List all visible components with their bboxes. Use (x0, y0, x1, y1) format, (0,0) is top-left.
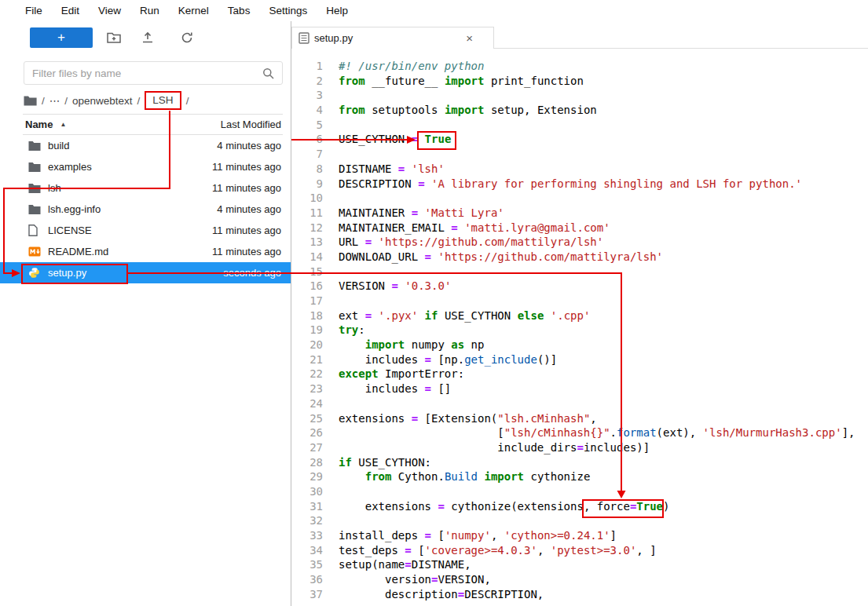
last-modified: 11 minutes ago (212, 182, 281, 194)
code-line-23: 23 includes = [] (291, 381, 868, 396)
code-line-8: 8DISTNAME = 'lsh' (291, 162, 868, 177)
jupyterlab-app: FileEditViewRunKernelTabsSettingsHelp + (0, 0, 868, 606)
last-modified: 11 minutes ago (212, 225, 281, 236)
line-number: 2 (291, 74, 323, 89)
code-line-24: 24 (291, 396, 868, 411)
line-number: 31 (291, 499, 323, 514)
menu-bar: FileEditViewRunKernelTabsSettingsHelp (0, 0, 868, 21)
code-line-32: 32 (291, 513, 868, 528)
upload-icon[interactable] (141, 31, 155, 45)
line-number: 27 (291, 440, 323, 455)
filter-files-input[interactable] (32, 68, 262, 79)
file-row-lsh.egg-info[interactable]: lsh.egg-info4 minutes ago (0, 199, 291, 220)
breadcrumb-ellipsis[interactable]: ⋯ (49, 94, 60, 107)
code-text: except ImportError: (339, 367, 464, 380)
code-line-29: 29 from Cython.Build import cythonize (291, 469, 868, 484)
line-number: 9 (291, 177, 323, 192)
breadcrumb-separator: / (42, 95, 45, 107)
file-row-build[interactable]: build4 minutes ago (0, 135, 291, 156)
breadcrumb: / ⋯ / openwebtext / LSH / (24, 90, 189, 111)
line-number: 28 (291, 455, 323, 470)
line-number: 6 (291, 132, 323, 147)
refresh-icon[interactable] (180, 31, 194, 45)
line-number: 5 (291, 118, 323, 133)
code-line-16: 16VERSION = '0.3.0' (291, 279, 868, 294)
code-text: from __future__ import print_function (339, 75, 584, 87)
code-text: install_deps = ['numpy', 'cython>=0.24.1… (339, 529, 617, 542)
line-number: 26 (291, 425, 323, 440)
line-number: 17 (291, 294, 323, 308)
code-text: include_dirs=includes)] (339, 441, 650, 454)
menu-file[interactable]: File (16, 2, 52, 20)
file-name: examples (48, 161, 212, 173)
sort-by-name-header[interactable]: Name (23, 119, 53, 130)
sort-by-modified-header[interactable]: Last Modified (221, 119, 283, 130)
line-number: 23 (291, 381, 323, 396)
menu-help[interactable]: Help (317, 2, 357, 20)
line-number: 24 (291, 396, 323, 411)
file-listing: build4 minutes agoexamples11 minutes ago… (0, 135, 291, 283)
menu-view[interactable]: View (89, 2, 130, 20)
new-folder-icon[interactable] (107, 31, 121, 45)
line-number: 10 (291, 191, 323, 206)
search-icon (262, 68, 274, 79)
code-text: try: (339, 323, 365, 336)
file-row-setup.py[interactable]: setup.pyseconds ago (0, 262, 291, 283)
line-number: 13 (291, 235, 323, 250)
line-number: 29 (291, 469, 323, 484)
code-text: extensions = cythonize(extensions, force… (339, 500, 669, 513)
file-name: README.md (48, 246, 212, 257)
breadcrumb-lsh[interactable]: LSH (145, 91, 181, 110)
menu-settings[interactable]: Settings (259, 2, 317, 20)
file-row-lsh[interactable]: lsh11 minutes ago (0, 177, 291, 199)
code-text: if USE_CYTHON: (339, 456, 431, 469)
code-text: USE_CYTHON = True (339, 133, 451, 145)
code-line-28: 28if USE_CYTHON: (291, 455, 868, 470)
code-line-20: 20 import numpy as np (291, 338, 868, 352)
file-row-LICENSE[interactable]: LICENSE11 minutes ago (0, 220, 291, 241)
file-name: build (48, 140, 217, 152)
filter-files-box[interactable] (24, 61, 283, 85)
code-line-27: 27 include_dirs=includes)] (291, 440, 868, 455)
line-number: 3 (291, 88, 323, 103)
breadcrumb-openwebtext[interactable]: openwebtext (72, 95, 133, 107)
line-number: 12 (291, 221, 323, 235)
line-number: 16 (291, 279, 323, 294)
line-number: 25 (291, 411, 323, 426)
sort-ascending-icon: ▲ (60, 121, 66, 128)
file-name: lsh.egg-info (48, 203, 217, 215)
code-text: test_deps = ['coverage>=4.0.3', 'pytest>… (339, 544, 657, 557)
line-number: 30 (291, 484, 323, 499)
menu-tabs[interactable]: Tabs (218, 2, 260, 20)
line-number: 7 (291, 147, 323, 162)
code-line-31: 31 extensions = cythonize(extensions, fo… (291, 499, 868, 514)
code-line-22: 22except ImportError: (291, 367, 868, 381)
home-folder-icon[interactable] (24, 95, 37, 106)
tab-setup-py[interactable]: setup.py × (291, 27, 494, 49)
code-line-36: 36 version=VERSION, (291, 572, 868, 587)
close-tab-icon[interactable]: × (466, 31, 473, 45)
file-browser: + / (0, 21, 291, 606)
new-launcher-button[interactable]: + (30, 27, 93, 48)
breadcrumb-separator: / (186, 95, 189, 107)
code-text: includes = [np.get_include()] (339, 353, 557, 366)
code-line-21: 21 includes = [np.get_include()] (291, 352, 868, 367)
menu-run[interactable]: Run (130, 2, 169, 20)
line-number: 18 (291, 308, 323, 323)
last-modified: seconds ago (223, 267, 281, 279)
code-editor[interactable]: 1#! /usr/bin/env python2from __future__ … (291, 49, 868, 601)
code-text: version=VERSION, (339, 573, 491, 586)
line-number: 15 (291, 265, 323, 279)
line-number: 34 (291, 543, 323, 558)
code-line-2: 2from __future__ import print_function (291, 74, 868, 89)
code-text: setup(name=DISTNAME, (339, 558, 471, 571)
code-text: DESCRIPTION = 'A library for performing … (339, 177, 802, 190)
code-line-35: 35setup(name=DISTNAME, (291, 557, 868, 572)
menu-kernel[interactable]: Kernel (169, 2, 218, 20)
folder-icon (28, 141, 42, 151)
file-row-examples[interactable]: examples11 minutes ago (0, 156, 291, 177)
file-row-README.md[interactable]: README.md11 minutes ago (0, 241, 291, 262)
last-modified: 11 minutes ago (212, 246, 281, 257)
menu-edit[interactable]: Edit (52, 2, 89, 20)
code-line-34: 34test_deps = ['coverage>=4.0.3', 'pytes… (291, 543, 868, 558)
